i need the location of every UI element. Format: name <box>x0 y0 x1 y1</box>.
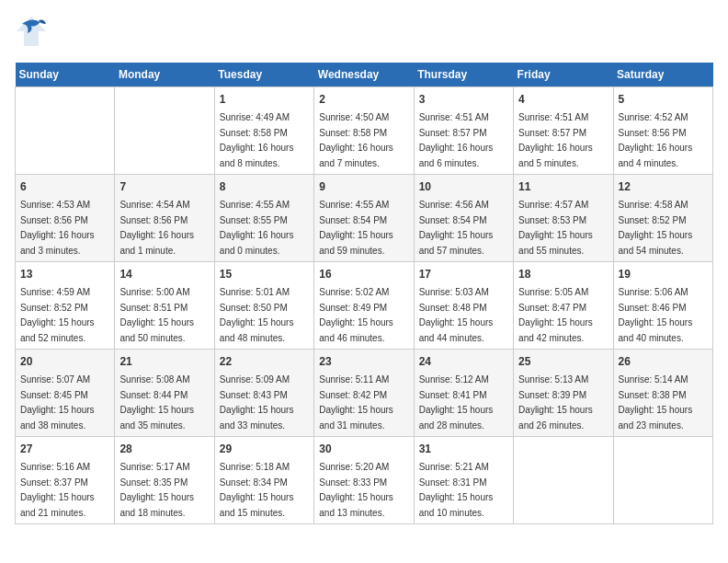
calendar-cell: 7Sunrise: 4:54 AM Sunset: 8:56 PM Daylig… <box>115 175 214 262</box>
week-row-4: 20Sunrise: 5:07 AM Sunset: 8:45 PM Dayli… <box>16 350 713 437</box>
calendar-header-row: SundayMondayTuesdayWednesdayThursdayFrid… <box>16 63 713 87</box>
day-info: Sunrise: 5:13 AM Sunset: 8:39 PM Dayligh… <box>518 374 593 431</box>
day-number: 8 <box>220 178 309 195</box>
day-info: Sunrise: 5:06 AM Sunset: 8:46 PM Dayligh… <box>619 287 693 343</box>
day-info: Sunrise: 5:01 AM Sunset: 8:50 PM Dayligh… <box>220 287 294 343</box>
week-row-1: 1Sunrise: 4:49 AM Sunset: 8:58 PM Daylig… <box>16 87 713 175</box>
weekday-header-wednesday: Wednesday <box>314 63 414 87</box>
calendar-cell: 23Sunrise: 5:11 AM Sunset: 8:42 PM Dayli… <box>314 350 414 437</box>
day-info: Sunrise: 5:11 AM Sunset: 8:42 PM Dayligh… <box>319 374 393 431</box>
calendar-cell: 25Sunrise: 5:13 AM Sunset: 8:39 PM Dayli… <box>514 350 613 437</box>
day-number: 14 <box>119 266 209 282</box>
day-number: 21 <box>119 353 209 370</box>
day-info: Sunrise: 5:09 AM Sunset: 8:43 PM Dayligh… <box>220 374 294 431</box>
day-number: 10 <box>419 178 508 195</box>
day-number: 11 <box>518 178 608 195</box>
weekday-header-saturday: Saturday <box>613 63 712 87</box>
day-number: 28 <box>119 441 209 457</box>
day-info: Sunrise: 4:50 AM Sunset: 8:58 PM Dayligh… <box>319 112 393 168</box>
day-info: Sunrise: 5:07 AM Sunset: 8:45 PM Dayligh… <box>20 374 95 431</box>
week-row-2: 6Sunrise: 4:53 AM Sunset: 8:56 PM Daylig… <box>16 175 713 262</box>
weekday-header-thursday: Thursday <box>414 63 513 87</box>
day-number: 26 <box>619 353 708 370</box>
day-info: Sunrise: 4:55 AM Sunset: 8:54 PM Dayligh… <box>319 200 393 256</box>
logo-icon <box>15 15 48 53</box>
day-number: 29 <box>220 441 309 457</box>
day-info: Sunrise: 5:02 AM Sunset: 8:49 PM Dayligh… <box>319 287 393 343</box>
calendar-cell: 28Sunrise: 5:17 AM Sunset: 8:35 PM Dayli… <box>115 437 214 524</box>
day-info: Sunrise: 5:18 AM Sunset: 8:34 PM Dayligh… <box>220 462 294 518</box>
calendar-cell: 20Sunrise: 5:07 AM Sunset: 8:45 PM Dayli… <box>16 350 115 437</box>
weekday-header-friday: Friday <box>514 63 613 87</box>
calendar-cell: 8Sunrise: 4:55 AM Sunset: 8:55 PM Daylig… <box>214 175 313 262</box>
day-info: Sunrise: 4:57 AM Sunset: 8:53 PM Dayligh… <box>518 200 593 256</box>
day-number: 5 <box>619 91 708 108</box>
calendar-cell: 12Sunrise: 4:58 AM Sunset: 8:52 PM Dayli… <box>613 175 712 262</box>
calendar-cell: 16Sunrise: 5:02 AM Sunset: 8:49 PM Dayli… <box>314 262 414 350</box>
day-number: 24 <box>419 353 508 370</box>
day-info: Sunrise: 5:00 AM Sunset: 8:51 PM Dayligh… <box>119 287 194 343</box>
day-info: Sunrise: 4:58 AM Sunset: 8:52 PM Dayligh… <box>619 200 693 256</box>
calendar-cell: 29Sunrise: 5:18 AM Sunset: 8:34 PM Dayli… <box>214 437 313 524</box>
weekday-header-monday: Monday <box>115 63 214 87</box>
day-number: 18 <box>518 266 608 282</box>
day-info: Sunrise: 5:12 AM Sunset: 8:41 PM Dayligh… <box>419 374 494 431</box>
calendar-cell: 2Sunrise: 4:50 AM Sunset: 8:58 PM Daylig… <box>314 87 414 175</box>
day-number: 7 <box>119 178 209 195</box>
day-number: 9 <box>319 178 408 195</box>
day-number: 27 <box>20 441 109 457</box>
day-number: 22 <box>220 353 309 370</box>
calendar-cell: 17Sunrise: 5:03 AM Sunset: 8:48 PM Dayli… <box>414 262 513 350</box>
day-info: Sunrise: 4:52 AM Sunset: 8:56 PM Dayligh… <box>619 112 693 168</box>
calendar-table: SundayMondayTuesdayWednesdayThursdayFrid… <box>15 63 713 524</box>
day-info: Sunrise: 4:55 AM Sunset: 8:55 PM Dayligh… <box>220 200 294 256</box>
day-number: 2 <box>319 91 408 108</box>
day-number: 12 <box>619 178 708 195</box>
calendar-cell: 6Sunrise: 4:53 AM Sunset: 8:56 PM Daylig… <box>16 175 115 262</box>
day-info: Sunrise: 4:56 AM Sunset: 8:54 PM Dayligh… <box>419 200 494 256</box>
calendar-cell <box>613 437 712 524</box>
day-info: Sunrise: 4:59 AM Sunset: 8:52 PM Dayligh… <box>20 287 95 343</box>
calendar-cell: 1Sunrise: 4:49 AM Sunset: 8:58 PM Daylig… <box>214 87 313 175</box>
calendar-cell: 22Sunrise: 5:09 AM Sunset: 8:43 PM Dayli… <box>214 350 313 437</box>
day-info: Sunrise: 5:14 AM Sunset: 8:38 PM Dayligh… <box>619 374 693 431</box>
calendar-cell: 30Sunrise: 5:20 AM Sunset: 8:33 PM Dayli… <box>314 437 414 524</box>
day-number: 15 <box>220 266 309 282</box>
day-number: 17 <box>419 266 508 282</box>
page-header <box>15 15 713 53</box>
day-info: Sunrise: 5:21 AM Sunset: 8:31 PM Dayligh… <box>419 462 494 518</box>
day-info: Sunrise: 4:54 AM Sunset: 8:56 PM Dayligh… <box>119 200 194 256</box>
calendar-cell: 9Sunrise: 4:55 AM Sunset: 8:54 PM Daylig… <box>314 175 414 262</box>
day-number: 13 <box>20 266 109 282</box>
day-info: Sunrise: 4:49 AM Sunset: 8:58 PM Dayligh… <box>220 112 294 168</box>
calendar-cell: 19Sunrise: 5:06 AM Sunset: 8:46 PM Dayli… <box>613 262 712 350</box>
calendar-cell <box>16 87 115 175</box>
weekday-header-sunday: Sunday <box>16 63 115 87</box>
day-info: Sunrise: 4:51 AM Sunset: 8:57 PM Dayligh… <box>518 112 593 168</box>
weekday-header-tuesday: Tuesday <box>214 63 313 87</box>
calendar-cell: 31Sunrise: 5:21 AM Sunset: 8:31 PM Dayli… <box>414 437 513 524</box>
calendar-cell: 3Sunrise: 4:51 AM Sunset: 8:57 PM Daylig… <box>414 87 513 175</box>
day-number: 6 <box>20 178 109 195</box>
calendar-cell: 13Sunrise: 4:59 AM Sunset: 8:52 PM Dayli… <box>16 262 115 350</box>
day-info: Sunrise: 5:16 AM Sunset: 8:37 PM Dayligh… <box>20 462 95 518</box>
calendar-cell: 11Sunrise: 4:57 AM Sunset: 8:53 PM Dayli… <box>514 175 613 262</box>
day-info: Sunrise: 5:20 AM Sunset: 8:33 PM Dayligh… <box>319 462 393 518</box>
day-number: 30 <box>319 441 408 457</box>
day-number: 19 <box>619 266 708 282</box>
day-info: Sunrise: 4:51 AM Sunset: 8:57 PM Dayligh… <box>419 112 494 168</box>
calendar-cell: 14Sunrise: 5:00 AM Sunset: 8:51 PM Dayli… <box>115 262 214 350</box>
day-number: 1 <box>220 91 309 108</box>
logo <box>15 15 51 53</box>
day-info: Sunrise: 5:03 AM Sunset: 8:48 PM Dayligh… <box>419 287 494 343</box>
calendar-cell: 21Sunrise: 5:08 AM Sunset: 8:44 PM Dayli… <box>115 350 214 437</box>
day-number: 4 <box>518 91 608 108</box>
day-info: Sunrise: 4:53 AM Sunset: 8:56 PM Dayligh… <box>20 200 95 256</box>
calendar-cell <box>115 87 214 175</box>
day-number: 3 <box>419 91 508 108</box>
day-info: Sunrise: 5:17 AM Sunset: 8:35 PM Dayligh… <box>119 462 194 518</box>
day-number: 23 <box>319 353 408 370</box>
day-info: Sunrise: 5:08 AM Sunset: 8:44 PM Dayligh… <box>119 374 194 431</box>
day-number: 25 <box>518 353 608 370</box>
day-number: 20 <box>20 353 109 370</box>
